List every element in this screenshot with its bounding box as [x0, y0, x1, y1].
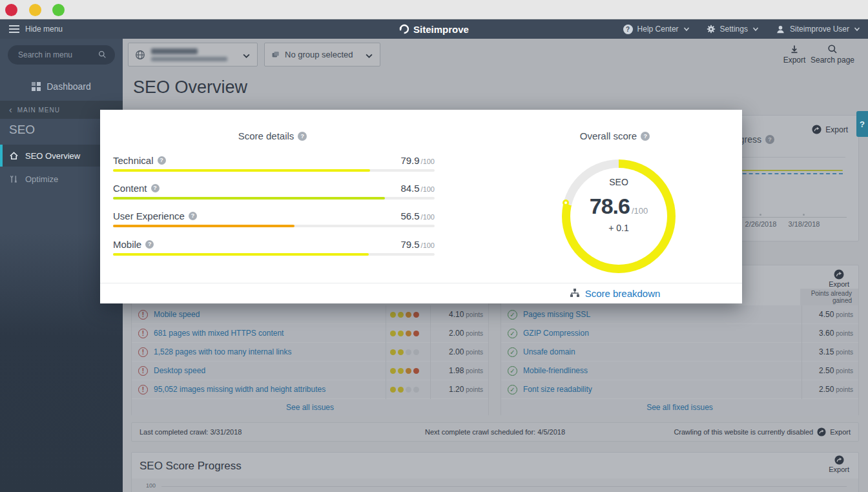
overall-score-title: Overall score ? [445, 130, 785, 141]
user-menu[interactable]: Siteimprove User [776, 25, 860, 34]
chevron-left-icon: ‹ [9, 107, 13, 113]
score-bar-fill [113, 253, 369, 256]
score-bar-fill [113, 197, 385, 200]
score-bar-track [113, 169, 435, 172]
hamburger-icon [9, 25, 19, 33]
gear-icon [707, 25, 716, 34]
score-bar-track [113, 197, 435, 200]
score-bar-fill [113, 169, 370, 172]
help-tooltip-icon[interactable]: ? [151, 184, 160, 192]
sitemap-icon [570, 288, 580, 298]
score-row-content: Content ? 84.5/100 [113, 181, 435, 200]
sidebar-search[interactable] [8, 45, 115, 65]
score-row-user-experience: User Experience ? 56.5/100 [113, 209, 435, 227]
help-tooltip-icon[interactable]: ? [189, 212, 197, 220]
sidebar-section-title: SEO [9, 123, 35, 137]
chevron-down-icon [752, 26, 759, 32]
help-tab-button[interactable]: ? [856, 111, 868, 137]
window-title-bar [0, 0, 868, 19]
help-tooltip-icon[interactable]: ? [641, 132, 650, 141]
donut-delta: + 0.1 [608, 223, 629, 233]
donut-marker [563, 200, 569, 206]
help-tooltip-icon[interactable]: ? [158, 156, 166, 165]
dashboard-icon [32, 82, 41, 91]
hide-menu-button[interactable]: Hide menu [0, 25, 63, 34]
score-details-title: Score details ? [100, 130, 445, 141]
chevron-down-icon [683, 26, 690, 32]
window-minimize-button[interactable] [29, 4, 41, 16]
chevron-down-icon [854, 26, 860, 32]
score-row-technical: Technical ? 79.9/100 [113, 154, 435, 172]
home-icon [9, 151, 19, 161]
window-close-button[interactable] [5, 4, 17, 16]
overall-score-donut: SEO 78.6/100 + 0.1 [562, 159, 676, 273]
score-bar-track [113, 225, 435, 227]
screen: Hide menu Siteimprove ? Help Center [0, 0, 868, 492]
siteimprove-logo-icon [399, 24, 409, 34]
help-icon: ? [623, 25, 633, 34]
score-breakdown-link[interactable]: Score breakdown [585, 288, 661, 299]
tools-icon [9, 174, 19, 184]
search-menu-input[interactable] [18, 45, 96, 65]
search-icon [98, 50, 107, 59]
score-row-mobile: Mobile ? 79.5/100 [113, 238, 435, 256]
hide-menu-label: Hide menu [25, 25, 63, 34]
help-tooltip-icon[interactable]: ? [298, 132, 307, 141]
settings-menu[interactable]: Settings [707, 25, 759, 34]
score-bar-track [113, 253, 435, 256]
sidebar-item-dashboard[interactable]: Dashboard [0, 72, 123, 101]
score-details-modal: Score details ? Overall score ? Technica… [100, 110, 742, 303]
donut-product-label: SEO [609, 177, 628, 187]
help-center-menu[interactable]: ? Help Center [623, 25, 690, 34]
score-bar-fill [113, 225, 294, 227]
user-icon [776, 25, 785, 34]
app-header: Hide menu Siteimprove ? Help Center [0, 19, 868, 39]
help-tooltip-icon[interactable]: ? [145, 240, 154, 249]
window-maximize-button[interactable] [52, 4, 65, 16]
donut-score: 78.6/100 [590, 194, 648, 219]
